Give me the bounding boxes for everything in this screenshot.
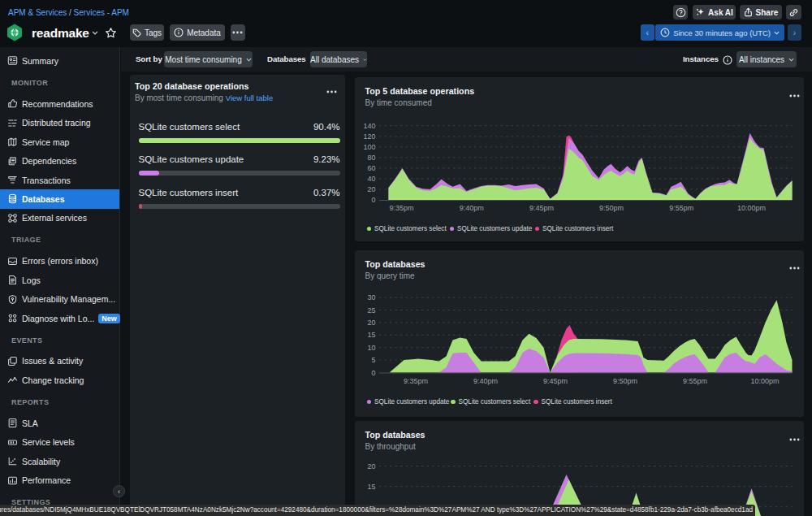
svg-text:0: 0 <box>371 368 375 376</box>
svg-text:9:55pm: 9:55pm <box>682 376 706 384</box>
svg-text:140: 140 <box>363 122 375 130</box>
svg-text:20: 20 <box>367 462 375 470</box>
svg-text:10: 10 <box>367 343 375 351</box>
svg-text:9:35pm: 9:35pm <box>403 376 427 384</box>
svg-text:20: 20 <box>367 318 375 326</box>
svg-text:15: 15 <box>367 331 375 339</box>
svg-text:5: 5 <box>371 356 375 364</box>
svg-text:9:50pm: 9:50pm <box>612 376 637 384</box>
svg-text:10:00pm: 10:00pm <box>750 376 779 384</box>
svg-text:100: 100 <box>363 143 375 151</box>
svg-text:9:35pm: 9:35pm <box>389 204 413 212</box>
svg-text:80: 80 <box>367 154 375 162</box>
svg-text:40: 40 <box>367 175 375 183</box>
svg-text:9:55pm: 9:55pm <box>669 204 693 212</box>
svg-text:10:00pm: 10:00pm <box>736 204 765 212</box>
svg-text:25: 25 <box>367 306 375 314</box>
svg-text:20: 20 <box>367 185 375 193</box>
svg-text:120: 120 <box>363 132 375 141</box>
svg-text:0: 0 <box>371 196 375 204</box>
svg-text:60: 60 <box>367 164 375 172</box>
svg-text:9:45pm: 9:45pm <box>529 204 553 212</box>
svg-text:9:50pm: 9:50pm <box>599 204 624 212</box>
svg-text:9:45pm: 9:45pm <box>542 376 567 384</box>
svg-text:9:40pm: 9:40pm <box>459 204 483 212</box>
svg-text:30: 30 <box>367 293 375 301</box>
svg-text:15: 15 <box>367 483 375 491</box>
svg-text:9:40pm: 9:40pm <box>473 376 497 384</box>
